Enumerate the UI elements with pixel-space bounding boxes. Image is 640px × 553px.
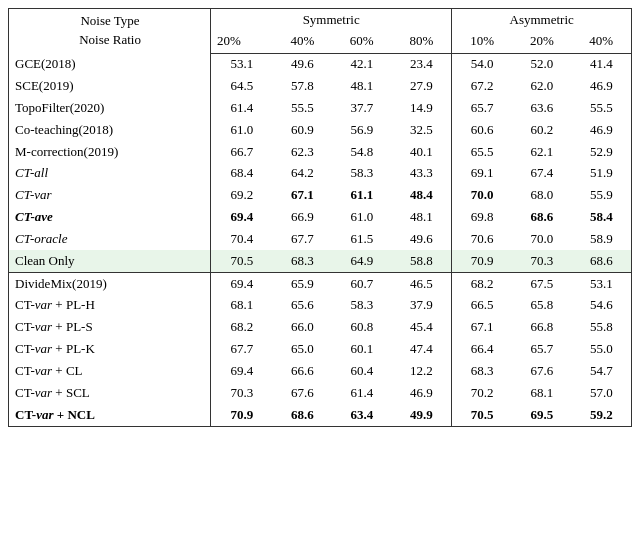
sym-40: 40% — [273, 31, 332, 53]
main-table-container: Noise Type Noise Ratio Symmetric Asymmet… — [8, 8, 632, 427]
row-name: TopoFilter(2020) — [9, 97, 211, 119]
table-row: CT-var + CL 69.466.660.4 12.2 68.367.654… — [9, 361, 631, 383]
asymmetric-header: Asymmetric — [452, 9, 631, 31]
table-row: CT-var + PL-S 68.266.060.8 45.4 67.166.8… — [9, 317, 631, 339]
row-name: CT-var + CL — [9, 361, 211, 383]
asym-20: 20% — [512, 31, 571, 53]
table-row: CT-oracle 70.467.761.5 49.6 70.670.058.9 — [9, 228, 631, 250]
asym-10: 10% — [452, 31, 512, 53]
sym-80: 80% — [391, 31, 451, 53]
row-name: CT-var + NCL — [9, 404, 211, 426]
table-row: DivideMix(2019) 69.465.960.7 46.5 68.267… — [9, 273, 631, 295]
table-row: CT-var + PL-H 68.165.658.3 37.9 66.565.8… — [9, 295, 631, 317]
row-name: Clean Only — [9, 250, 211, 272]
row-name: CT-var + SCL — [9, 382, 211, 404]
header-row-1: Noise Type Noise Ratio Symmetric Asymmet… — [9, 9, 631, 31]
table-row: CT-var + PL-K 67.765.060.1 47.4 66.465.7… — [9, 339, 631, 361]
table-row: TopoFilter(2020) 61.455.537.7 14.9 65.76… — [9, 97, 631, 119]
table-row: CT-ave 69.466.961.0 48.1 69.868.658.4 — [9, 207, 631, 229]
row-name: CT-var + PL-S — [9, 317, 211, 339]
table-row: GCE(2018) 53.149.642.1 23.4 54.052.041.4 — [9, 53, 631, 75]
row-name: CT-var + PL-H — [9, 295, 211, 317]
asym-40: 40% — [572, 31, 631, 53]
row-name: CT-oracle — [9, 228, 211, 250]
row-name: CT-var + PL-K — [9, 339, 211, 361]
row-name: CT-ave — [9, 207, 211, 229]
table-row: M-correction(2019) 66.762.354.8 40.1 65.… — [9, 141, 631, 163]
table-row: Co-teaching(2018) 61.060.956.9 32.5 60.6… — [9, 119, 631, 141]
table-row: CT-all 68.464.258.3 43.3 69.167.451.9 — [9, 163, 631, 185]
row-name: M-correction(2019) — [9, 141, 211, 163]
table-row: SCE(2019) 64.557.848.1 27.9 67.262.046.9 — [9, 76, 631, 98]
sym-60: 60% — [332, 31, 391, 53]
sym-20: 20% — [211, 31, 273, 53]
row-name: GCE(2018) — [9, 53, 211, 75]
table-row: CT-var 69.267.161.1 48.4 70.068.055.9 — [9, 185, 631, 207]
clean-only-row: Clean Only 70.5 68.3 64.9 58.8 70.9 70.3… — [9, 250, 631, 272]
table-row: CT-var + NCL 70.968.663.4 49.9 70.569.55… — [9, 404, 631, 426]
row-name: CT-all — [9, 163, 211, 185]
row-name: CT-var — [9, 185, 211, 207]
row-name: Co-teaching(2018) — [9, 119, 211, 141]
row-name: SCE(2019) — [9, 76, 211, 98]
noise-type-label: Noise Type Noise Ratio — [9, 9, 211, 53]
row-name: DivideMix(2019) — [9, 273, 211, 295]
symmetric-header: Symmetric — [211, 9, 452, 31]
table-row: CT-var + SCL 70.367.661.4 46.9 70.268.15… — [9, 382, 631, 404]
